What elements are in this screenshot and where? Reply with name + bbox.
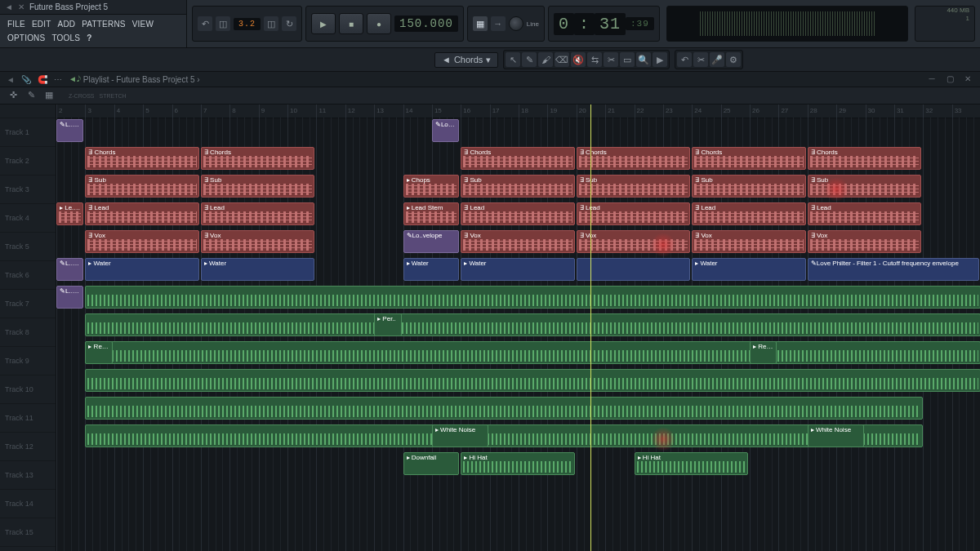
clip[interactable]: ▸ Water bbox=[461, 258, 575, 281]
audio-clip[interactable] bbox=[85, 286, 980, 309]
clip[interactable]: ∃ Sub bbox=[85, 175, 199, 198]
clip[interactable]: ✎L..lope bbox=[56, 119, 83, 142]
clip[interactable]: ∃ Chords bbox=[201, 147, 315, 170]
clip[interactable]: ▸ White Noise bbox=[432, 424, 488, 447]
zoom-icon[interactable]: 🔍 bbox=[636, 52, 651, 67]
clip[interactable]: ✎L..lope bbox=[56, 258, 83, 281]
track-label[interactable]: Track 15 bbox=[0, 518, 56, 547]
track-label[interactable]: Track 7 bbox=[0, 290, 56, 318]
minimize-icon[interactable]: ─ bbox=[926, 74, 938, 84]
clip-icon[interactable]: 📎 bbox=[21, 75, 31, 84]
clip[interactable]: ▸ Re..sh bbox=[85, 341, 112, 364]
clip[interactable]: ▸ Downfall bbox=[403, 452, 460, 475]
tempo-display[interactable]: 150.000 bbox=[394, 16, 458, 32]
audio-clip[interactable] bbox=[85, 369, 980, 392]
menu-edit[interactable]: EDIT bbox=[29, 18, 54, 30]
clip[interactable]: ▸ Hi Hat bbox=[461, 452, 575, 475]
clip[interactable]: ✎Love Philter - Filter 1 - Cutoff freque… bbox=[808, 258, 979, 281]
metronome-icon[interactable]: ◫ bbox=[216, 16, 230, 31]
audio-clip[interactable] bbox=[85, 397, 923, 420]
track-label[interactable]: Track 11 bbox=[0, 404, 56, 433]
clip[interactable]: ✎Lov..elope bbox=[432, 119, 459, 142]
arrows-icon[interactable]: ✜ bbox=[7, 90, 20, 101]
clip[interactable]: ▸ Water bbox=[85, 258, 199, 281]
clip[interactable]: ∃ Vox bbox=[461, 230, 575, 253]
track-label[interactable]: Track 6 bbox=[0, 261, 56, 290]
clip[interactable]: ∃ Lead bbox=[85, 202, 199, 225]
audio-clip[interactable] bbox=[85, 313, 980, 336]
clip[interactable]: ∃ Chords bbox=[808, 147, 922, 170]
stop-button[interactable]: ■ bbox=[339, 13, 363, 34]
clip[interactable]: ▸ Chops bbox=[403, 175, 460, 198]
project-tab[interactable]: ◄ ✕ Future Bass Project 5 bbox=[0, 0, 186, 15]
slice-icon[interactable]: ✂ bbox=[604, 52, 618, 67]
track-label[interactable]: Track 5 bbox=[0, 233, 56, 261]
clip[interactable]: ∃ Sub bbox=[461, 175, 575, 198]
menu-options[interactable]: OPTIONS bbox=[5, 32, 47, 44]
countdown-icon[interactable]: ↻ bbox=[282, 16, 296, 31]
pencil-icon[interactable]: ✎ bbox=[522, 52, 537, 67]
clip[interactable]: ∃ Lead bbox=[201, 202, 315, 225]
close-window-icon[interactable]: ✕ bbox=[962, 74, 973, 84]
maximize-icon[interactable]: ▢ bbox=[944, 74, 956, 84]
menu-tools[interactable]: TOOLS bbox=[49, 32, 82, 44]
clip[interactable]: ∃ Lead bbox=[577, 202, 691, 225]
undo2-icon[interactable]: ↶ bbox=[677, 52, 692, 67]
audio-clip[interactable] bbox=[85, 341, 980, 364]
menu-view[interactable]: VIEW bbox=[130, 18, 156, 30]
cursor-icon[interactable]: ↖ bbox=[506, 52, 520, 67]
audio-clip[interactable] bbox=[85, 424, 923, 447]
bar-ruler[interactable]: 2345678910111213141516171819202122232425… bbox=[56, 104, 980, 118]
track-label[interactable]: Track 12 bbox=[0, 433, 56, 461]
clip[interactable]: ∃ Vox bbox=[85, 230, 199, 253]
clip[interactable]: ∃ Chords bbox=[577, 147, 691, 170]
clip[interactable]: ▸ Lead Stem bbox=[403, 202, 460, 225]
clip[interactable]: ✎L..lope bbox=[56, 286, 83, 309]
clip[interactable]: ∃ Chords bbox=[692, 147, 806, 170]
mic-icon[interactable]: 🎤 bbox=[710, 52, 724, 67]
track-label[interactable]: Track 9 bbox=[0, 347, 56, 375]
snap-combo[interactable]: ◄ Chords ▾ bbox=[434, 52, 498, 68]
clip[interactable]: ∃ Vox bbox=[692, 230, 806, 253]
menu-file[interactable]: FILE bbox=[5, 18, 28, 30]
back-icon[interactable]: ◄ bbox=[7, 75, 15, 84]
track-label[interactable]: Track 14 bbox=[0, 490, 56, 518]
clip[interactable]: ∃ Vox bbox=[201, 230, 315, 253]
pencil2-icon[interactable]: ✎ bbox=[24, 90, 38, 101]
clip[interactable]: ∃ Lead bbox=[808, 202, 922, 225]
mute-icon[interactable]: 🔇 bbox=[571, 52, 586, 67]
play-icon[interactable]: ◄𝅘𝅥𝅮 bbox=[69, 74, 77, 84]
stretch-label[interactable]: STRETCH bbox=[100, 93, 127, 99]
track-label[interactable]: Track 3 bbox=[0, 176, 56, 204]
clip[interactable]: ∃ Vox bbox=[808, 230, 922, 253]
clip[interactable]: ∃ Chords bbox=[461, 147, 575, 170]
playback-icon[interactable]: ▶ bbox=[653, 52, 667, 67]
arrow-icon[interactable]: → bbox=[491, 16, 506, 31]
clip[interactable]: ∃ Chords bbox=[85, 147, 199, 170]
pattern-counter[interactable]: 3.2 bbox=[234, 18, 261, 30]
clip[interactable]: ▸ Water bbox=[403, 258, 460, 281]
track-label[interactable]: Track 1 bbox=[0, 118, 56, 147]
dots-icon[interactable]: ⋯ bbox=[54, 75, 62, 84]
slip-icon[interactable]: ⇆ bbox=[587, 52, 602, 67]
clip[interactable] bbox=[577, 258, 691, 281]
menu-add[interactable]: ADD bbox=[56, 18, 78, 30]
menu-help[interactable]: ? bbox=[84, 32, 94, 44]
playhead[interactable] bbox=[590, 104, 591, 551]
track-label[interactable]: Track 4 bbox=[0, 204, 56, 233]
menu-patterns[interactable]: PATTERNS bbox=[79, 18, 127, 30]
close-icon[interactable]: ✕ bbox=[18, 2, 24, 11]
magnet-icon[interactable]: 🧲 bbox=[38, 75, 47, 84]
clip[interactable]: ∃ Sub bbox=[201, 175, 315, 198]
erase-icon[interactable]: ⌫ bbox=[555, 52, 569, 67]
track-label[interactable]: Track 13 bbox=[0, 461, 56, 490]
timeline[interactable]: 2345678910111213141516171819202122232425… bbox=[56, 104, 980, 551]
clip[interactable]: ▸ Hi Hat bbox=[635, 452, 749, 475]
clip[interactable]: ∃ Sub bbox=[692, 175, 806, 198]
clip[interactable]: ▸ Water bbox=[201, 258, 315, 281]
clip[interactable]: ∃ Sub bbox=[577, 175, 691, 198]
clip[interactable]: ▸ Water bbox=[692, 258, 806, 281]
settings-icon[interactable]: ⚙ bbox=[726, 52, 741, 67]
clip[interactable]: ∃ Lead bbox=[461, 202, 575, 225]
brush-icon[interactable]: 🖌 bbox=[538, 52, 553, 67]
